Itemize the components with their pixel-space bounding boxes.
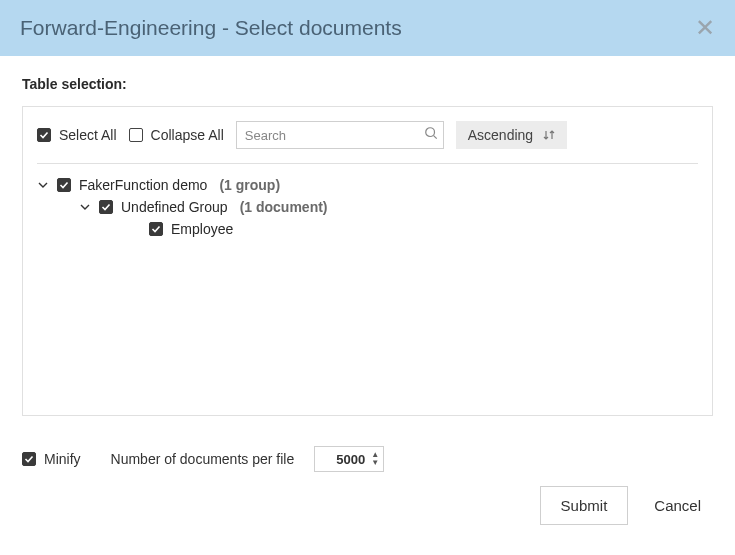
spin-down-icon[interactable]: ▼ <box>369 459 381 467</box>
spinner: ▲ ▼ <box>369 448 381 470</box>
collapse-all-checkbox[interactable] <box>129 128 143 142</box>
select-all-checkbox[interactable] <box>37 128 51 142</box>
tree-root-label: FakerFunction demo <box>79 177 207 193</box>
minify-label: Minify <box>44 451 81 467</box>
tree-group-checkbox[interactable] <box>99 200 113 214</box>
close-icon[interactable]: ✕ <box>695 16 715 40</box>
tree-node-doc: Employee <box>37 218 698 240</box>
tree-doc-label: Employee <box>171 221 233 237</box>
search-input[interactable] <box>236 121 444 149</box>
select-all-label: Select All <box>59 127 117 143</box>
per-file-input-wrap: ▲ ▼ <box>314 446 384 472</box>
sort-label: Ascending <box>468 127 533 143</box>
tree-group-count: (1 document) <box>240 199 328 215</box>
tree: FakerFunction demo (1 group) Undefined G… <box>37 163 698 415</box>
footer: Minify Number of documents per file ▲ ▼ … <box>0 426 735 541</box>
submit-button[interactable]: Submit <box>540 486 629 525</box>
tree-group-label: Undefined Group <box>121 199 228 215</box>
minify-control[interactable]: Minify <box>22 451 81 467</box>
search-wrap <box>236 121 444 149</box>
footer-actions: Submit Cancel <box>22 486 713 525</box>
tree-node-root: FakerFunction demo (1 group) <box>37 174 698 196</box>
select-all-control[interactable]: Select All <box>37 127 117 143</box>
chevron-down-icon[interactable] <box>79 202 91 212</box>
table-panel: Select All Collapse All Ascending <box>22 106 713 416</box>
dialog-header: Forward-Engineering - Select documents ✕ <box>0 0 735 56</box>
chevron-down-icon[interactable] <box>37 180 49 190</box>
minify-checkbox[interactable] <box>22 452 36 466</box>
tree-root-checkbox[interactable] <box>57 178 71 192</box>
per-file-label: Number of documents per file <box>111 451 295 467</box>
sort-button[interactable]: Ascending <box>456 121 567 149</box>
tree-root-count: (1 group) <box>219 177 280 193</box>
toolbar: Select All Collapse All Ascending <box>37 121 698 163</box>
dialog-title: Forward-Engineering - Select documents <box>20 16 402 40</box>
sort-icon <box>543 129 555 141</box>
tree-node-group: Undefined Group (1 document) <box>37 196 698 218</box>
tree-doc-checkbox[interactable] <box>149 222 163 236</box>
collapse-all-control[interactable]: Collapse All <box>129 127 224 143</box>
cancel-button[interactable]: Cancel <box>642 487 713 524</box>
collapse-all-label: Collapse All <box>151 127 224 143</box>
footer-options: Minify Number of documents per file ▲ ▼ <box>22 436 713 486</box>
section-label: Table selection: <box>22 76 713 92</box>
